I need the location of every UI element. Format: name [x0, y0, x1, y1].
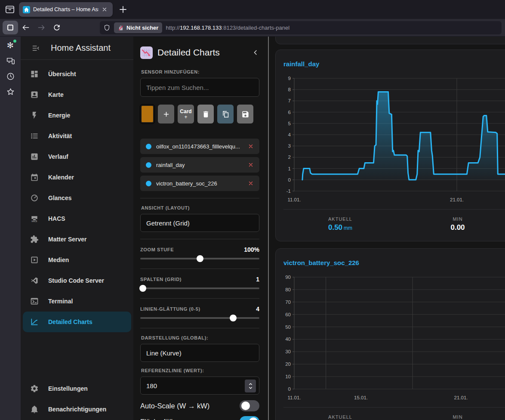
sensor-color-dot — [146, 181, 151, 186]
layout-select[interactable]: Getrennt (Grid) — [140, 214, 259, 232]
add-sensor-button[interactable] — [158, 105, 174, 124]
tab-groups-icon[interactable] — [4, 4, 15, 15]
svg-text:6: 6 — [288, 110, 291, 115]
back-button[interactable] — [22, 23, 30, 32]
sidebar-item-verlauf[interactable]: Verlauf — [21, 146, 133, 167]
save-icon — [241, 110, 249, 118]
sensor-name: oilfox_on1101473663_filllevelqu... — [156, 143, 243, 150]
broken-lock-icon — [118, 25, 124, 31]
sidebar-item-karte[interactable]: Karte — [21, 84, 133, 105]
zoom-level-slider[interactable] — [140, 256, 259, 262]
slider-thumb[interactable] — [139, 285, 146, 292]
svg-text:7: 7 — [288, 98, 291, 103]
fill-area-label: Fläche füllen — [140, 418, 181, 420]
line-smoothing-slider[interactable] — [140, 315, 259, 321]
history-icon[interactable] — [6, 72, 15, 81]
save-button[interactable] — [237, 105, 253, 124]
synced-tabs-icon[interactable] — [6, 56, 15, 65]
svg-text:11.01.: 11.01. — [287, 197, 301, 202]
collapse-panel-icon[interactable] — [252, 49, 259, 56]
stat-value: 287.00L — [319, 37, 346, 38]
fill-area-toggle[interactable] — [240, 416, 259, 420]
slider-value: 100% — [244, 246, 259, 253]
rainfall_day-chart: 9876543210-111.01.21.01. — [283, 75, 505, 207]
remove-sensor-icon[interactable] — [248, 143, 254, 149]
sidebar-item-label: Energie — [48, 112, 70, 119]
slider-label: SPALTEN (GRID) — [140, 277, 182, 282]
style-select[interactable]: Line (Kurve) — [140, 344, 259, 362]
svg-text:2: 2 — [288, 154, 291, 160]
sidebar-item-label: Kalender — [48, 174, 74, 181]
sidebar-item-kalender[interactable]: Kalender — [21, 167, 133, 188]
ha-title: Home Assistant — [51, 43, 111, 53]
tab-close-icon[interactable] — [102, 6, 108, 12]
stat-min: MIN0.00 — [450, 216, 465, 232]
puzzle-icon — [30, 235, 39, 244]
sidebar-item-label: Medien — [48, 256, 69, 263]
trash-icon — [202, 110, 210, 118]
chart-decreasing-emoji-icon — [140, 46, 153, 59]
sensor-chip[interactable]: victron_battery_soc_226 — [140, 176, 259, 191]
svg-text:15.01.: 15.01. — [354, 395, 368, 400]
forward-button[interactable] — [37, 23, 46, 32]
sensor-chip[interactable]: oilfox_on1101473663_filllevelqu... — [140, 139, 259, 154]
sidebar-item-benachrichtigungen[interactable]: Benachrichtigungen — [21, 399, 133, 420]
list-icon — [30, 132, 39, 140]
sidebar-item-label: Terminal — [48, 298, 73, 305]
chart-title: rainfall_day — [283, 60, 505, 69]
sidebar-toggle-button[interactable] — [3, 21, 18, 34]
reference-line-input[interactable] — [140, 377, 259, 395]
delete-button[interactable] — [197, 105, 214, 124]
reference-line-value[interactable] — [141, 377, 259, 394]
svg-text:80: 80 — [285, 287, 291, 292]
svg-text:70: 70 — [285, 300, 291, 305]
sensor-chip[interactable]: rainfall_day — [140, 157, 259, 173]
copy-button[interactable] — [217, 105, 234, 124]
sidebar-item-energie[interactable]: Energie — [21, 105, 133, 126]
playbox-icon — [30, 256, 39, 264]
sidebar-item-aktivit-t[interactable]: Aktivität — [21, 126, 133, 146]
sidebar-item-studio-code-server[interactable]: Studio Code Server — [21, 270, 133, 291]
stat-value: 0.00 — [443, 37, 457, 38]
slider-thumb[interactable] — [197, 255, 203, 262]
autoscale-toggle[interactable] — [240, 400, 259, 411]
add-card-button[interactable]: Card+ — [178, 105, 194, 124]
slider-thumb[interactable] — [230, 315, 237, 321]
remove-sensor-icon[interactable] — [248, 180, 254, 186]
chatgpt-icon[interactable]: ✻ — [6, 41, 15, 50]
color-swatch[interactable] — [140, 105, 154, 124]
remove-sensor-icon[interactable] — [248, 162, 254, 168]
menu-icon[interactable] — [32, 44, 40, 52]
sidebar-item-terminal[interactable]: Terminal — [21, 291, 133, 312]
sidebar-item-glances[interactable]: Glances — [21, 188, 133, 208]
sidebar-item-label: Übersicht — [48, 71, 76, 77]
new-tab-button[interactable] — [118, 4, 128, 15]
grid-columns-slider[interactable] — [140, 285, 259, 291]
bookmarks-icon[interactable] — [6, 87, 15, 96]
sidebar-item-einstellungen[interactable]: Einstellungen — [21, 378, 133, 399]
reference-line-label: REFERENZLINIE (WERT): — [141, 368, 259, 373]
slider-label: ZOOM STUFE — [140, 247, 174, 252]
sidebar-item-label: Matter Server — [48, 236, 87, 243]
sidebar-item-detailed-charts[interactable]: Detailed Charts — [23, 312, 131, 332]
detailed-charts-panel: Detailed Charts SENSOR HINZUFÜGEN: Card+… — [133, 37, 269, 420]
browser-tab[interactable]: Detailed Charts – Home Assistant — [19, 2, 113, 17]
security-chip[interactable]: Nicht sicher — [114, 22, 162, 33]
sidebar-item-bersicht[interactable]: Übersicht — [21, 64, 133, 84]
shield-icon[interactable] — [103, 24, 111, 31]
chart-stats: AKTUELL0.50mmMIN0.00 — [283, 209, 505, 235]
sidebar-item-medien[interactable]: Medien — [21, 250, 133, 270]
bell-icon — [30, 405, 39, 414]
url-bar[interactable]: Nicht sicher http://192.168.178.133:8123… — [100, 21, 502, 34]
chartbox-icon — [30, 152, 39, 161]
number-stepper-icon[interactable] — [245, 380, 256, 392]
svg-text:0: 0 — [288, 177, 291, 182]
reload-button[interactable] — [52, 23, 61, 32]
sidebar-item-hacs[interactable]: HACSHACS — [21, 208, 133, 229]
sidebar-item-matter-server[interactable]: Matter Server — [21, 229, 133, 250]
chart-title: victron_battery_soc_226 — [283, 259, 505, 268]
sensor-name: rainfall_day — [156, 162, 243, 168]
sensor-search-input[interactable] — [140, 78, 259, 97]
browser-toolbar: Nicht sicher http://192.168.178.133:8123… — [0, 19, 505, 37]
svg-text:40: 40 — [285, 337, 291, 342]
